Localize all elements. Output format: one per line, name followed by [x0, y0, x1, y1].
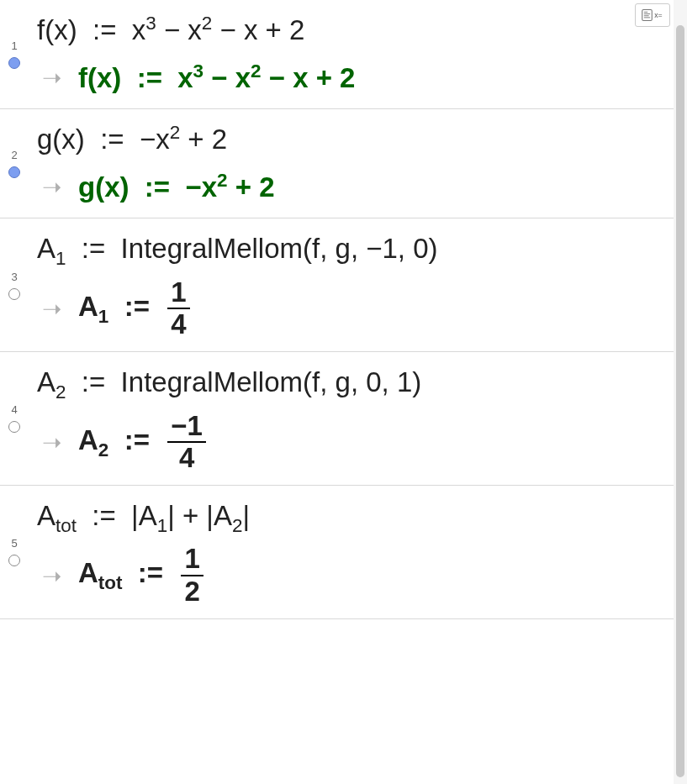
output-arrow-icon: ➝ — [42, 64, 61, 92]
cas-row[interactable]: 4 A2 := IntegralMellom(f, g, 0, 1) ➝ A2 … — [0, 352, 674, 486]
row-gutter: 2 — [0, 121, 29, 206]
output-expression: g(x) := −x2 + 2 — [78, 169, 275, 207]
visibility-dot-icon[interactable] — [8, 421, 20, 433]
visibility-dot-icon[interactable] — [8, 57, 20, 69]
svg-text:x=: x= — [654, 11, 662, 19]
cas-rows: 1 f(x) := x3 − x2 − x + 2 ➝ f(x) := x3 −… — [0, 0, 674, 784]
row-gutter: 1 — [0, 12, 29, 97]
row-gutter: 3 — [0, 230, 29, 339]
input-expression[interactable]: g(x) := −x2 + 2 — [37, 121, 665, 159]
cas-row[interactable]: 2 g(x) := −x2 + 2 ➝ g(x) := −x2 + 2 — [0, 109, 674, 218]
row-number: 4 — [11, 403, 17, 416]
output-arrow-icon: ➝ — [42, 295, 61, 323]
row-gutter: 4 — [0, 364, 29, 473]
vertical-scrollbar[interactable] — [674, 0, 687, 784]
visibility-dot-icon[interactable] — [8, 288, 20, 300]
keyboard-toggle-button[interactable]: x= — [635, 3, 670, 27]
cas-row[interactable]: 5 Atot := |A1| + |A2| ➝ Atot := 12 — [0, 486, 674, 619]
keyboard-icon: x= — [642, 8, 663, 23]
input-expression[interactable]: A1 := IntegralMellom(f, g, −1, 0) — [37, 230, 665, 268]
scroll-thumb[interactable] — [676, 25, 684, 777]
visibility-dot-icon[interactable] — [8, 555, 20, 566]
row-number: 1 — [11, 39, 17, 52]
output-arrow-icon: ➝ — [42, 562, 61, 590]
input-expression[interactable]: A2 := IntegralMellom(f, g, 0, 1) — [37, 364, 665, 402]
output-expression: f(x) := x3 − x2 − x + 2 — [78, 60, 355, 97]
output-expression: A2 := −14 — [78, 412, 209, 473]
cas-row[interactable]: 1 f(x) := x3 − x2 − x + 2 ➝ f(x) := x3 −… — [0, 0, 674, 109]
row-number: 3 — [11, 271, 17, 283]
row-number: 2 — [11, 149, 17, 161]
cas-row[interactable]: 3 A1 := IntegralMellom(f, g, −1, 0) ➝ A1… — [0, 218, 674, 352]
output-expression: A1 := 14 — [78, 278, 193, 339]
output-expression: Atot := 12 — [78, 545, 206, 606]
input-expression[interactable]: f(x) := x3 − x2 − x + 2 — [37, 12, 665, 50]
output-arrow-icon: ➝ — [42, 429, 61, 456]
row-gutter: 5 — [0, 497, 29, 607]
visibility-dot-icon[interactable] — [8, 166, 20, 178]
svg-rect-0 — [642, 10, 653, 21]
output-arrow-icon: ➝ — [42, 173, 61, 201]
row-number: 5 — [11, 537, 17, 550]
input-expression[interactable]: Atot := |A1| + |A2| — [37, 497, 665, 535]
